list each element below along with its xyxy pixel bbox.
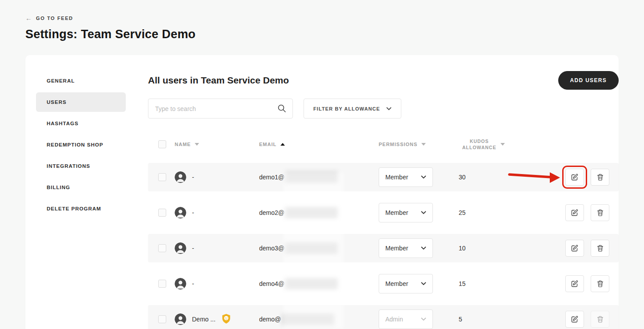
edit-pencil-icon [571,280,578,287]
row-checkbox[interactable] [158,173,166,181]
sidebar-item-hashtags[interactable]: HASHTAGS [36,114,126,133]
users-panel: All users in Team Service Demo ADD USERS… [148,71,619,329]
row-actions [565,169,609,186]
annotation-arrow [508,170,560,184]
edit-pencil-icon [571,209,578,216]
row-checkbox[interactable] [158,209,166,217]
sidebar-item-users[interactable]: USERS [36,92,126,112]
sidebar-item-general[interactable]: GENERAL [36,71,126,91]
row-actions [565,240,609,257]
sort-down-icon [500,143,505,146]
user-avatar-icon [175,171,186,183]
table-row: - demo4@ Member 15 [148,270,619,298]
table-row: - demo1@ Member 30 [148,163,619,191]
kudos-allowance-value: 25 [459,209,485,216]
permissions-dropdown[interactable]: Member [379,203,433,222]
row-checkbox[interactable] [158,244,166,252]
user-avatar-icon [175,207,186,218]
column-header-email[interactable]: EMAIL [259,142,379,147]
kudos-allowance-value: 30 [459,174,485,181]
select-all-checkbox[interactable] [158,140,166,148]
page-title: Settings: Team Service Demo [25,28,644,41]
permissions-dropdown[interactable]: Member [379,274,433,293]
page-header: ← GO TO FEED Settings: Team Service Demo [0,0,644,41]
users-panel-header: All users in Team Service Demo ADD USERS [148,71,619,90]
table-controls: FILTER BY ALLOWANCE [148,99,619,119]
search-input[interactable] [148,99,293,119]
user-name: Demo ... [192,313,259,325]
column-email-label: EMAIL [259,142,276,147]
users-table: - demo1@ Member 30 [148,163,619,329]
table-row: Demo ... demo@ Admin 5 [148,305,619,329]
user-avatar-icon [175,278,186,289]
users-heading: All users in Team Service Demo [148,75,289,86]
back-arrow-icon: ← [25,15,32,21]
row-actions [565,311,609,328]
add-users-button[interactable]: ADD USERS [558,71,619,90]
user-name: - [192,245,259,252]
edit-user-button[interactable] [565,240,584,257]
column-permissions-label: PERMISSIONS [379,142,417,147]
user-avatar-icon [175,242,186,254]
search-box [148,99,293,119]
redacted-email-blur [285,242,338,254]
row-checkbox[interactable] [158,315,166,323]
sidebar-item-delete-program[interactable]: DELETE PROGRAM [36,199,126,218]
redacted-email-blur [285,171,338,183]
row-checkbox[interactable] [158,280,166,288]
user-email: demo2@ [259,207,379,218]
back-link[interactable]: ← GO TO FEED [25,15,73,21]
trash-icon [597,245,604,252]
delete-user-button [591,311,609,328]
column-header-kudos-allowance[interactable]: KUDOS ALLOWANCE [462,138,505,151]
kudos-allowance-value: 10 [459,245,485,252]
delete-user-button[interactable] [591,275,609,292]
trash-icon [597,280,604,287]
table-row: - demo3@ Member 10 [148,234,619,262]
row-actions [565,275,609,292]
column-header-permissions[interactable]: PERMISSIONS [379,142,459,147]
row-actions [565,204,609,221]
sort-down-icon [421,143,426,146]
column-header-name[interactable]: NAME [175,142,259,147]
user-email: demo4@ [259,278,379,289]
sort-up-icon [280,143,285,146]
user-email: demo@ [259,313,379,325]
filter-by-allowance-button[interactable]: FILTER BY ALLOWANCE [304,99,401,119]
user-name: - [192,280,259,287]
redacted-email-blur [285,278,338,289]
trash-icon [597,316,604,323]
filter-label: FILTER BY ALLOWANCE [313,106,380,111]
back-link-label: GO TO FEED [36,16,73,21]
table-header: NAME EMAIL PERMISSIONS KUDOS ALLOWANCE [148,136,619,152]
user-name: - [192,174,259,181]
edit-pencil-icon [571,316,578,323]
user-email: demo1@ [259,171,379,183]
sidebar-item-integrations[interactable]: INTEGRATIONS [36,156,126,176]
delete-user-button[interactable] [591,204,609,221]
edit-user-button[interactable] [565,311,584,328]
permissions-dropdown[interactable]: Member [379,167,433,187]
kudos-allowance-value: 5 [459,316,485,323]
trash-icon [597,209,604,216]
sidebar-item-redemption-shop[interactable]: REDEMPTION SHOP [36,135,126,155]
chevron-down-icon [386,106,392,111]
redacted-email-blur [282,313,334,325]
delete-user-button[interactable] [591,240,609,257]
edit-user-button[interactable] [565,275,584,292]
edit-user-button[interactable] [565,169,584,186]
edit-pencil-icon [571,174,578,181]
user-avatar-icon [175,313,186,325]
sidebar-item-billing[interactable]: BILLING [36,178,126,197]
edit-pencil-icon [571,245,578,252]
delete-user-button[interactable] [591,169,609,186]
redacted-email-blur [285,207,338,218]
edit-user-button[interactable] [565,204,584,221]
admin-badge-icon [221,313,231,325]
user-email: demo3@ [259,242,379,254]
table-row: - demo2@ Member 25 [148,198,619,227]
permissions-dropdown: Admin [379,309,433,329]
permissions-dropdown[interactable]: Member [379,238,433,258]
trash-icon [597,174,604,181]
column-name-label: NAME [175,142,191,147]
